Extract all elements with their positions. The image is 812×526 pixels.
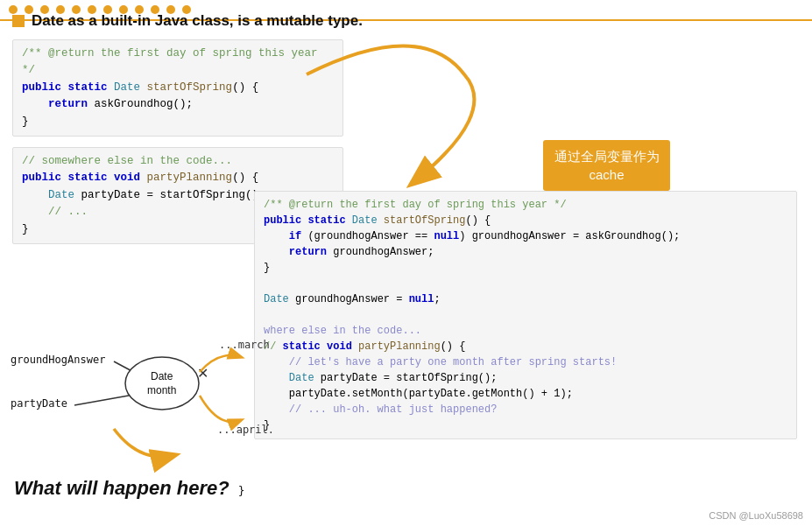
heading-icon: [12, 15, 25, 27]
code-r-13: }: [264, 417, 787, 433]
code-mid-2: public static void partyPlanning() {: [22, 170, 334, 186]
diagram-area: groundHogAnswer partyDate Date month ✕ .…: [9, 298, 272, 464]
code-r-5: }: [264, 260, 787, 276]
ellipse-text-month: month: [147, 384, 176, 396]
annotation-box: 通过全局变量作为 cache: [543, 140, 670, 191]
april-label: ...april...: [217, 424, 272, 436]
code-line-1: /** @return the first day of spring this…: [22, 46, 334, 80]
code-r-12: // ... uh-oh. what just happened?: [264, 402, 787, 417]
code-line-2: public static Date startOfSpring() {: [22, 80, 334, 96]
arrow-april: [200, 396, 241, 422]
question-label: What will happen here?: [14, 477, 229, 499]
diagram-label-partydate: partyDate: [11, 397, 67, 410]
code-r-11: partyDate.setMonth(partyDate.getMonth() …: [264, 386, 787, 402]
watermark: CSDN @LuoXu58698: [709, 510, 803, 521]
ellipse-text-date: Date: [151, 370, 173, 382]
code-r-8: // static void partyPlanning() {: [264, 339, 787, 354]
question-text: What will happen here? }: [14, 477, 245, 500]
code-block-right: /** @return the first day of spring this…: [254, 191, 797, 439]
code-r-6: Date groundhogAnswer = null;: [264, 291, 787, 307]
heading-line: Date as a built-in Java class, is a muta…: [12, 12, 363, 30]
code-r-1: /** @return the first day of spring this…: [264, 197, 787, 213]
diagram-label-groundhog: groundHogAnswer: [11, 354, 105, 366]
code-line-4: }: [22, 114, 334, 130]
code-line-3: return askGroundhog();: [22, 96, 334, 113]
code-r-2: public static Date startOfSpring() {: [264, 213, 787, 228]
watermark-text: CSDN @LuoXu58698: [709, 510, 803, 521]
march-label: ...march...: [219, 339, 272, 351]
annotation-line1: 通过全局变量作为: [554, 149, 660, 164]
ellipse-date: [125, 357, 199, 410]
code-r-3: if (groundhogAnswer == null) groundhogAn…: [264, 228, 787, 244]
heading-label: Date as a built-in Java class, is a muta…: [32, 12, 363, 29]
code-r-7: where else in the code...: [264, 323, 787, 339]
code-block-top: /** @return the first day of spring this…: [12, 39, 343, 137]
code-r-10: Date partyDate = startOfSpring();: [264, 370, 787, 386]
code-r-9: // let's have a party one month after sp…: [264, 354, 787, 370]
code-mid-1: // somewhere else in the code...: [22, 153, 334, 170]
heading-text: Date as a built-in Java class, is a muta…: [32, 12, 363, 30]
code-r-4: return groundhogAnswer;: [264, 244, 787, 260]
annotation-line2: cache: [589, 167, 624, 182]
